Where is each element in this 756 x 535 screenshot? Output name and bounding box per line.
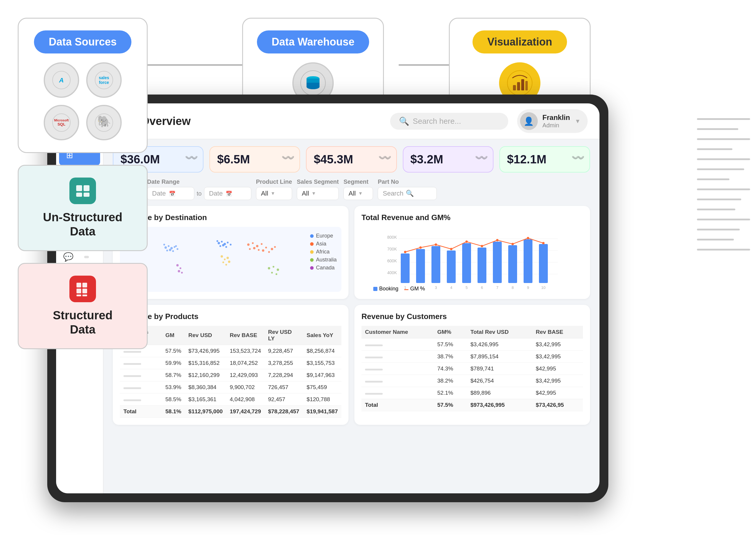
cell-gm: 53.9% xyxy=(162,381,185,393)
user-role: Admin xyxy=(543,122,570,129)
svg-point-58 xyxy=(249,248,251,250)
cell-gm: 59.9% xyxy=(162,357,185,369)
world-map-svg xyxy=(120,227,341,292)
svg-rect-89 xyxy=(401,253,410,283)
svg-rect-32 xyxy=(517,82,520,90)
product-line-label: Product Line xyxy=(256,179,292,185)
svg-rect-94 xyxy=(477,247,486,283)
product-line-select[interactable]: All ▼ xyxy=(256,187,292,200)
svg-point-59 xyxy=(253,247,256,249)
svg-point-40 xyxy=(169,249,171,251)
unstructured-label: Un-StructuredData xyxy=(43,210,122,239)
legend-dot-europe xyxy=(310,234,313,238)
search-bar[interactable]: 🔍 Search here... xyxy=(390,113,508,130)
date-range-inputs: Date 📅 to Date 📅 xyxy=(147,187,251,200)
legend-asia: Asia xyxy=(310,241,337,247)
table-row: 74.3% $789,741 $42,995 xyxy=(362,363,583,375)
kpi-icon-5: 〰️ xyxy=(571,152,585,164)
cell-segment: Total xyxy=(120,406,162,418)
cell-rev-usd-ly: 9,228,457 xyxy=(265,345,303,357)
table-row: 38.7% $7,895,154 $3,42,995 xyxy=(362,351,583,363)
svg-point-108 xyxy=(542,242,545,244)
svg-rect-23 xyxy=(82,295,87,296)
cell-customer-name: Total xyxy=(362,399,434,411)
cell-segment xyxy=(120,357,162,369)
table-row: 53.9% $8,360,384 9,900,702 726,457 $75,4… xyxy=(120,381,341,393)
svg-point-67 xyxy=(224,259,226,260)
col-gm-pct: GM% xyxy=(434,326,467,339)
svg-point-100 xyxy=(419,246,422,249)
revenue-by-customers-table: Revenue by Customers Customer Name GM% T… xyxy=(354,305,590,425)
svg-point-53 xyxy=(230,244,231,245)
revenue-by-destination-title: Revenue by Destination xyxy=(120,213,341,222)
cell-rev-usd-ly: $78,228,457 xyxy=(265,406,303,418)
svg-point-107 xyxy=(527,237,529,239)
kpi-icon-3: 〰️ xyxy=(378,152,392,164)
charts-row: Revenue by Destination xyxy=(113,206,590,299)
svg-rect-19 xyxy=(82,283,87,288)
cell-rev-base: $3,42,995 xyxy=(532,351,583,363)
svg-point-56 xyxy=(256,245,258,247)
user-pill[interactable]: 👤 Franklin Admin ▼ xyxy=(517,109,588,133)
cell-rev-usd-ly: 92,457 xyxy=(265,393,303,406)
svg-point-39 xyxy=(166,250,168,251)
svg-text:600K: 600K xyxy=(387,259,397,263)
table-row: 59.9% $15,316,852 18,074,252 3,278,255 $… xyxy=(120,357,341,369)
svg-point-101 xyxy=(435,243,437,246)
structured-label: StructuredData xyxy=(53,308,113,336)
legend-dot-australia xyxy=(310,258,313,262)
left-panel: Data Sources A sales force xyxy=(18,18,148,349)
sales-segment-select[interactable]: All ▼ xyxy=(297,187,339,200)
svg-point-63 xyxy=(268,251,270,253)
cell-total-rev: $789,741 xyxy=(467,363,532,375)
customers-table: Customer Name GM% Total Rev USD Rev BASE… xyxy=(362,326,583,411)
svg-point-104 xyxy=(481,245,483,247)
svg-text:force: force xyxy=(99,80,109,85)
segment-select[interactable]: All ▼ xyxy=(343,187,373,200)
svg-rect-15 xyxy=(84,185,90,191)
svg-point-44 xyxy=(175,245,177,247)
tables-row: Revenue by Products Business Segment GM … xyxy=(113,305,590,425)
svg-point-38 xyxy=(174,246,176,248)
filter-product-line: Product Line All ▼ xyxy=(256,179,292,200)
legend-gm: GM % xyxy=(404,286,425,292)
date-to-input[interactable]: Date 📅 xyxy=(204,187,251,200)
cell-segment xyxy=(120,393,162,406)
svg-point-49 xyxy=(219,245,221,247)
product-line-arrow: ▼ xyxy=(271,191,275,196)
cell-total-rev: $426,754 xyxy=(467,375,532,387)
filter-row: Customer All ▼ Date Range Da xyxy=(113,179,590,200)
cell-segment xyxy=(120,369,162,381)
unstructured-icon xyxy=(69,178,96,204)
svg-text:A: A xyxy=(59,76,64,84)
cell-rev-base: 9,900,702 xyxy=(226,381,265,393)
revenue-by-products-table: Revenue by Products Business Segment GM … xyxy=(113,305,348,425)
col-rev-usd-ly: Rev USD LY xyxy=(265,326,303,345)
cell-customer-name xyxy=(362,339,434,351)
svg-point-71 xyxy=(228,261,230,263)
part-no-search[interactable]: Search 🔍 xyxy=(378,187,437,200)
svg-point-65 xyxy=(274,246,276,248)
kpi-value-4: $3.2M xyxy=(411,153,486,166)
svg-point-76 xyxy=(276,273,277,275)
data-warehouse-badge: Data Warehouse xyxy=(257,30,369,53)
salesforce-icon: sales force xyxy=(86,62,122,98)
cell-total-rev: $89,896 xyxy=(467,387,532,399)
date-from-input[interactable]: Date 📅 xyxy=(147,187,194,200)
svg-rect-22 xyxy=(76,295,81,296)
svg-point-66 xyxy=(221,255,223,258)
cell-rev-usd: $73,426,995 xyxy=(185,345,226,357)
datasources-box: Data Sources A sales force xyxy=(18,18,148,153)
svg-text:10: 10 xyxy=(541,285,546,290)
svg-rect-17 xyxy=(84,193,90,197)
svg-point-54 xyxy=(247,243,250,246)
filter-date-range: Date Range Date 📅 to Date � xyxy=(147,179,251,200)
svg-text:800K: 800K xyxy=(387,235,397,239)
svg-rect-90 xyxy=(416,249,425,283)
segment-label: Segment xyxy=(343,179,373,185)
cell-gm: 58.5% xyxy=(162,393,185,406)
table-row: 58.5% $3,165,361 4,042,908 92,457 $120,7… xyxy=(120,393,341,406)
sales-segment-label: Sales Segment xyxy=(297,179,339,185)
svg-rect-98 xyxy=(539,244,548,283)
cell-customer-name xyxy=(362,375,434,387)
